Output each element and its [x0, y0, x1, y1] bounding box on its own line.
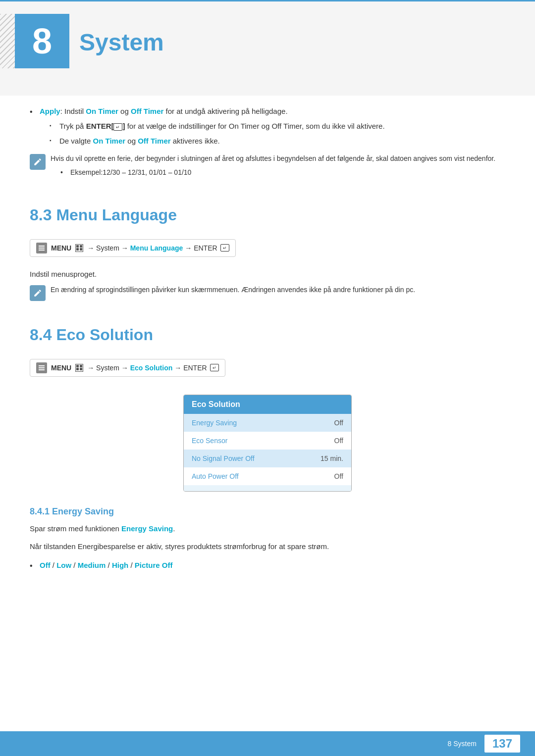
sub-enter-suffix: for at vælge de indstillinger for On Tim… [125, 122, 384, 130]
grid-cell [80, 248, 82, 251]
menu-path-84-text: → System → [87, 364, 128, 372]
tryk-text: Tryk på [59, 122, 86, 130]
eco-bottom-padding [184, 485, 351, 491]
section-84-title: Eco Solution [56, 326, 153, 344]
option-picture-off: Picture Off [135, 561, 173, 569]
menu-language-text: Menu Language [130, 244, 183, 252]
subsection-841-heading: 8.4.1 Energy Saving [30, 506, 505, 517]
energy-saving-p2: Når tilstanden Energibesparelse er aktiv… [30, 541, 505, 553]
section-83-body: Indstil menusproget. [30, 270, 505, 278]
chapter-header-area: 8 System [0, 1, 535, 96]
menu-icon-83 [36, 243, 47, 253]
section-83-heading: 8.3 Menu Language [30, 206, 505, 224]
eco-solution-header: Eco Solution [184, 395, 351, 414]
chapter-number-text: 8 [32, 21, 52, 61]
grid-cell [76, 245, 79, 248]
enter-bold: ENTER[ [86, 122, 114, 130]
de-valgte-text: De valgte [59, 137, 93, 145]
energy-saving-bold: Energy Saving [121, 524, 173, 533]
page-footer: 8 System 137 [0, 731, 535, 756]
eco-row-0: Energy Saving Off [184, 414, 351, 432]
on-timer-label: On Timer [86, 107, 118, 115]
energy-saving-p1: Spar strøm med funktionen Energy Saving. [30, 523, 505, 535]
eco-row-1-label: Eco Sensor [192, 437, 227, 445]
option-low: Low [56, 561, 71, 569]
note-box-2: En ændring af sprogindstillingen påvirke… [30, 284, 505, 301]
option-high: High [112, 561, 128, 569]
eco-row-1: Eco Sensor Off [184, 432, 351, 450]
option-medium: Medium [78, 561, 106, 569]
chapter-header: 8 System [15, 9, 505, 68]
grid-cell [80, 245, 82, 248]
menu-bar-2 [39, 248, 45, 249]
grid-cell [76, 248, 79, 251]
bullet-apply: Apply: Indstil On Timer og Off Timer for… [30, 105, 505, 147]
pencil-icon [33, 157, 42, 166]
eco-row-3-label: Auto Power Off [192, 472, 239, 480]
option-off: Off [40, 561, 51, 569]
eco-row-3-value: Off [334, 472, 343, 480]
apply-label: Apply [40, 107, 60, 115]
grid-cell [80, 365, 82, 367]
eco-solution-screenshot: Eco Solution Energy Saving Off Eco Senso… [183, 395, 352, 492]
off-timer-label: Off Timer [131, 107, 163, 115]
note-icon-2 [30, 285, 46, 301]
subsection-841-title: Energy Saving [52, 506, 114, 516]
menu-grid-icon-83 [75, 244, 83, 252]
menu-icon-inner-83 [39, 246, 45, 251]
off-timer-2: Off Timer [138, 137, 170, 145]
on-timer-2: On Timer [93, 137, 126, 145]
chapter-title: System [79, 14, 164, 56]
page-content: Apply: Indstil On Timer og Off Timer for… [0, 105, 535, 616]
note-text-1-content: Hvis du vil oprette en ferie, der begynd… [51, 154, 495, 162]
pencil-icon-2 [33, 289, 42, 298]
menu-path-83-text: → System → [87, 244, 128, 252]
menu-label-84: MENU [51, 364, 71, 372]
section-bullets: Apply: Indstil On Timer og Off Timer for… [30, 105, 505, 147]
section-84-number: 8.4 [30, 326, 52, 344]
apply-og: og [118, 107, 131, 115]
note-text-2: En ændring af sprogindstillingen påvirke… [51, 284, 505, 295]
eco-row-0-label: Energy Saving [192, 419, 237, 427]
section-84-heading: 8.4 Eco Solution [30, 326, 505, 344]
apply-sub-list: Tryk på ENTER[↵] for at vælge de indstil… [50, 120, 505, 147]
apply-suffix: for at undgå aktivering på helligdage. [163, 107, 287, 115]
sub-item-enter: Tryk på ENTER[↵] for at vælge de indstil… [50, 120, 505, 132]
eco-solution-menu-text: Eco Solution [130, 364, 173, 372]
note1-sub-item: Eksempel:12/30 – 12/31, 01/01 – 01/10 [60, 167, 505, 178]
menu-bar-2 [39, 367, 45, 368]
note-box-1: Hvis du vil oprette en ferie, der begynd… [30, 153, 505, 181]
eco-row-2-label: No Signal Power Off [192, 454, 255, 462]
eco-row-2: No Signal Power Off 15 min. [184, 450, 351, 467]
grid-cell [76, 365, 79, 367]
enter-icon-83: ↵ [220, 244, 229, 252]
menu-bar-1 [39, 246, 45, 247]
enter-icon-inline: ↵ [113, 123, 122, 131]
eco-row-0-value: Off [334, 419, 343, 427]
menu-path-83: MENU → System → Menu Language → ENTER↵ [30, 239, 236, 257]
note1-sub-list: Eksempel:12/30 – 12/31, 01/01 – 01/10 [60, 167, 505, 178]
grid-cell [80, 368, 82, 370]
energy-saving-text1-after: . [173, 524, 175, 533]
eco-row-3: Auto Power Off Off [184, 467, 351, 485]
chapter-number: 8 [15, 14, 69, 68]
menu-icon-inner-84 [39, 365, 45, 370]
enter-icon-84: ↵ [210, 364, 219, 371]
menu-bar-1 [39, 365, 45, 366]
eco-row-1-value: Off [334, 437, 343, 445]
grid-cell [76, 368, 79, 370]
footer-label: 8 System [448, 740, 477, 748]
note-text-1: Hvis du vil oprette en ferie, der begynd… [51, 153, 505, 181]
subsection-841-number: 8.4.1 [30, 506, 50, 516]
energy-saving-options-item: Off / Low / Medium / High / Picture Off [30, 559, 505, 571]
footer-page-number: 137 [484, 735, 520, 753]
energy-saving-text1-before: Spar strøm med funktionen [30, 524, 121, 533]
apply-colon: : Indstil [60, 107, 86, 115]
energy-saving-options-list: Off / Low / Medium / High / Picture Off [30, 559, 505, 571]
menu-bar-3 [39, 250, 45, 251]
section-83-title: Menu Language [56, 206, 177, 224]
menu-path-84: MENU → System → Eco Solution → ENTER↵ [30, 359, 225, 377]
menu-icon-84 [36, 362, 47, 373]
menu-bar-3 [39, 369, 45, 370]
section-83-number: 8.3 [30, 206, 52, 224]
